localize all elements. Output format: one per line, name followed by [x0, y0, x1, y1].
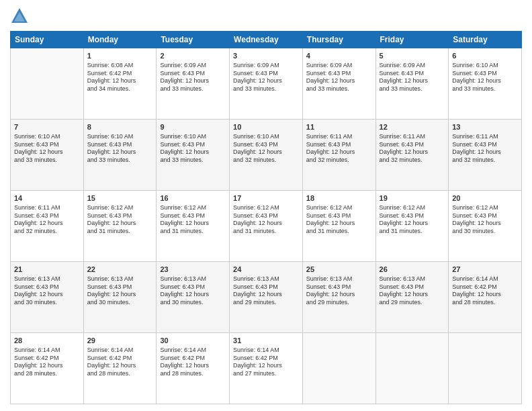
calendar-week-row: 1Sunrise: 6:08 AMSunset: 6:42 PMDaylight…	[11, 48, 522, 120]
day-info: Sunrise: 6:11 AMSunset: 6:43 PMDaylight:…	[452, 133, 518, 165]
calendar-week-row: 7Sunrise: 6:10 AMSunset: 6:43 PMDaylight…	[11, 120, 522, 191]
day-info: Sunrise: 6:12 AMSunset: 6:43 PMDaylight:…	[87, 204, 153, 236]
calendar-header-row: SundayMondayTuesdayWednesdayThursdayFrid…	[11, 32, 522, 48]
day-number: 20	[452, 193, 518, 203]
calendar-cell	[302, 333, 375, 404]
day-info: Sunrise: 6:11 AMSunset: 6:43 PMDaylight:…	[14, 204, 80, 236]
day-number: 14	[14, 193, 80, 203]
day-number: 5	[380, 51, 445, 61]
day-number: 25	[306, 265, 372, 275]
calendar-cell: 26Sunrise: 6:13 AMSunset: 6:43 PMDayligh…	[375, 262, 449, 333]
day-number: 17	[233, 193, 299, 203]
calendar-cell: 13Sunrise: 6:11 AMSunset: 6:43 PMDayligh…	[449, 120, 522, 191]
day-info: Sunrise: 6:09 AMSunset: 6:43 PMDaylight:…	[160, 62, 226, 93]
calendar-cell: 25Sunrise: 6:13 AMSunset: 6:43 PMDayligh…	[302, 262, 375, 333]
logo	[10, 7, 30, 26]
day-info: Sunrise: 6:10 AMSunset: 6:43 PMDaylight:…	[452, 62, 518, 93]
calendar-cell: 11Sunrise: 6:11 AMSunset: 6:43 PMDayligh…	[302, 120, 375, 191]
day-info: Sunrise: 6:14 AMSunset: 6:42 PMDaylight:…	[452, 275, 518, 307]
day-number: 24	[233, 265, 299, 275]
calendar-cell: 29Sunrise: 6:14 AMSunset: 6:42 PMDayligh…	[83, 333, 157, 404]
calendar-week-row: 21Sunrise: 6:13 AMSunset: 6:43 PMDayligh…	[11, 262, 522, 333]
day-number: 27	[452, 265, 518, 275]
day-number: 13	[452, 122, 518, 132]
calendar-day-header: Thursday	[302, 32, 375, 48]
day-info: Sunrise: 6:14 AMSunset: 6:42 PMDaylight:…	[87, 347, 153, 378]
calendar-cell: 18Sunrise: 6:12 AMSunset: 6:43 PMDayligh…	[302, 191, 375, 262]
day-number: 12	[380, 122, 445, 132]
calendar-cell: 8Sunrise: 6:10 AMSunset: 6:43 PMDaylight…	[83, 120, 157, 191]
day-number: 10	[233, 122, 299, 132]
calendar-cell: 7Sunrise: 6:10 AMSunset: 6:43 PMDaylight…	[11, 120, 84, 191]
calendar-cell: 21Sunrise: 6:13 AMSunset: 6:43 PMDayligh…	[11, 262, 84, 333]
calendar-day-header: Friday	[375, 32, 449, 48]
calendar-cell: 12Sunrise: 6:11 AMSunset: 6:43 PMDayligh…	[375, 120, 449, 191]
day-info: Sunrise: 6:13 AMSunset: 6:43 PMDaylight:…	[306, 275, 372, 307]
day-number: 18	[306, 193, 372, 203]
day-info: Sunrise: 6:10 AMSunset: 6:43 PMDaylight:…	[87, 133, 153, 165]
day-number: 22	[87, 265, 153, 275]
day-info: Sunrise: 6:09 AMSunset: 6:43 PMDaylight:…	[380, 62, 445, 93]
calendar-day-header: Monday	[83, 32, 157, 48]
day-number: 3	[233, 51, 299, 61]
day-info: Sunrise: 6:11 AMSunset: 6:43 PMDaylight:…	[380, 133, 445, 165]
day-info: Sunrise: 6:13 AMSunset: 6:43 PMDaylight:…	[380, 275, 445, 307]
calendar-cell: 24Sunrise: 6:13 AMSunset: 6:43 PMDayligh…	[230, 262, 303, 333]
day-number: 15	[87, 193, 153, 203]
calendar-cell	[11, 48, 84, 120]
day-info: Sunrise: 6:14 AMSunset: 6:42 PMDaylight:…	[14, 347, 80, 378]
day-number: 29	[87, 336, 153, 346]
calendar-cell: 23Sunrise: 6:13 AMSunset: 6:43 PMDayligh…	[157, 262, 230, 333]
calendar-cell: 5Sunrise: 6:09 AMSunset: 6:43 PMDaylight…	[375, 48, 449, 120]
calendar-cell: 20Sunrise: 6:12 AMSunset: 6:43 PMDayligh…	[449, 191, 522, 262]
day-info: Sunrise: 6:08 AMSunset: 6:42 PMDaylight:…	[87, 62, 153, 93]
calendar-cell: 17Sunrise: 6:12 AMSunset: 6:43 PMDayligh…	[230, 191, 303, 262]
day-number: 8	[87, 122, 153, 132]
day-info: Sunrise: 6:09 AMSunset: 6:43 PMDaylight:…	[233, 62, 299, 93]
day-info: Sunrise: 6:10 AMSunset: 6:43 PMDaylight:…	[14, 133, 80, 165]
calendar-cell: 30Sunrise: 6:14 AMSunset: 6:42 PMDayligh…	[157, 333, 230, 404]
day-info: Sunrise: 6:12 AMSunset: 6:43 PMDaylight:…	[160, 204, 226, 236]
day-info: Sunrise: 6:09 AMSunset: 6:43 PMDaylight:…	[306, 62, 372, 93]
calendar-cell: 14Sunrise: 6:11 AMSunset: 6:43 PMDayligh…	[11, 191, 84, 262]
day-info: Sunrise: 6:12 AMSunset: 6:43 PMDaylight:…	[380, 204, 445, 236]
day-info: Sunrise: 6:14 AMSunset: 6:42 PMDaylight:…	[233, 347, 299, 378]
day-info: Sunrise: 6:13 AMSunset: 6:43 PMDaylight:…	[14, 275, 80, 307]
calendar-day-header: Sunday	[11, 32, 84, 48]
calendar-day-header: Tuesday	[157, 32, 230, 48]
calendar-cell: 9Sunrise: 6:10 AMSunset: 6:43 PMDaylight…	[157, 120, 230, 191]
day-info: Sunrise: 6:12 AMSunset: 6:43 PMDaylight:…	[306, 204, 372, 236]
calendar-cell: 1Sunrise: 6:08 AMSunset: 6:42 PMDaylight…	[83, 48, 157, 120]
day-info: Sunrise: 6:10 AMSunset: 6:43 PMDaylight:…	[160, 133, 226, 165]
day-number: 30	[160, 336, 226, 346]
day-info: Sunrise: 6:13 AMSunset: 6:43 PMDaylight:…	[160, 275, 226, 307]
day-number: 28	[14, 336, 80, 346]
day-number: 31	[233, 336, 299, 346]
day-info: Sunrise: 6:12 AMSunset: 6:43 PMDaylight:…	[452, 204, 518, 236]
calendar-cell	[449, 333, 522, 404]
calendar-cell: 22Sunrise: 6:13 AMSunset: 6:43 PMDayligh…	[83, 262, 157, 333]
calendar-cell: 19Sunrise: 6:12 AMSunset: 6:43 PMDayligh…	[375, 191, 449, 262]
day-info: Sunrise: 6:11 AMSunset: 6:43 PMDaylight:…	[306, 133, 372, 165]
day-number: 4	[306, 51, 372, 61]
day-info: Sunrise: 6:13 AMSunset: 6:43 PMDaylight:…	[87, 275, 153, 307]
day-number: 9	[160, 122, 226, 132]
calendar-cell: 27Sunrise: 6:14 AMSunset: 6:42 PMDayligh…	[449, 262, 522, 333]
day-info: Sunrise: 6:12 AMSunset: 6:43 PMDaylight:…	[233, 204, 299, 236]
day-info: Sunrise: 6:14 AMSunset: 6:42 PMDaylight:…	[160, 347, 226, 378]
calendar-day-header: Wednesday	[230, 32, 303, 48]
day-number: 11	[306, 122, 372, 132]
day-info: Sunrise: 6:10 AMSunset: 6:43 PMDaylight:…	[233, 133, 299, 165]
header	[10, 7, 522, 26]
day-number: 2	[160, 51, 226, 61]
day-number: 1	[87, 51, 153, 61]
day-info: Sunrise: 6:13 AMSunset: 6:43 PMDaylight:…	[233, 275, 299, 307]
day-number: 21	[14, 265, 80, 275]
calendar-cell: 15Sunrise: 6:12 AMSunset: 6:43 PMDayligh…	[83, 191, 157, 262]
calendar-cell: 28Sunrise: 6:14 AMSunset: 6:42 PMDayligh…	[11, 333, 84, 404]
day-number: 16	[160, 193, 226, 203]
calendar-day-header: Saturday	[449, 32, 522, 48]
calendar-cell: 2Sunrise: 6:09 AMSunset: 6:43 PMDaylight…	[157, 48, 230, 120]
calendar-cell	[375, 333, 449, 404]
page: SundayMondayTuesdayWednesdayThursdayFrid…	[0, 0, 532, 411]
